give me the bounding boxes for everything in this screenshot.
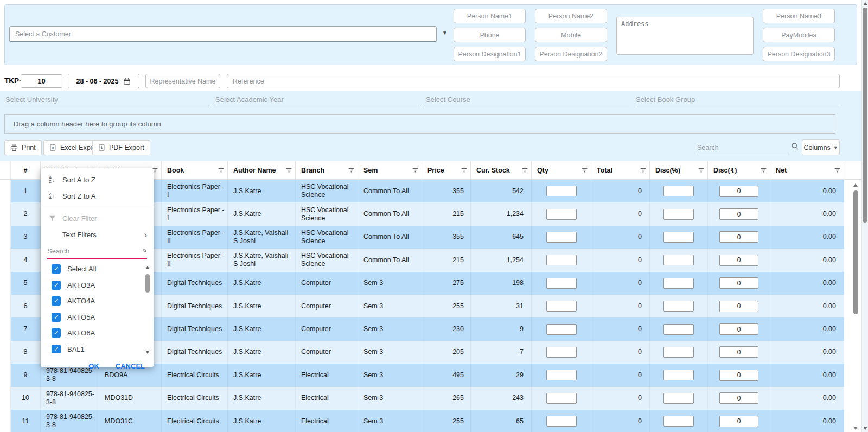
cancel-button[interactable]: CANCEL [116, 362, 145, 370]
column-header[interactable]: Book [162, 161, 228, 179]
filter-icon[interactable] [698, 167, 705, 174]
column-header[interactable]: Sem [358, 161, 422, 179]
disc-rupee-input[interactable] [719, 255, 758, 266]
scroll-up-icon[interactable] [863, 2, 867, 5]
filter-icon[interactable] [521, 167, 528, 174]
disc-rupee-input[interactable] [719, 277, 758, 289]
person-name1-field[interactable] [454, 9, 526, 23]
filter-option[interactable]: ✓ Select All [41, 261, 154, 277]
person-designation1-field[interactable] [454, 47, 526, 61]
filter-icon[interactable] [760, 167, 767, 174]
qty-input[interactable] [546, 416, 577, 427]
select-academic-year-dropdown[interactable]: Select Academic Year [214, 92, 419, 107]
disc-percent-input[interactable] [663, 209, 694, 220]
filter-search-input[interactable] [47, 247, 143, 255]
disc-rupee-input[interactable] [719, 416, 758, 427]
qty-input[interactable] [546, 347, 577, 358]
filter-search[interactable] [47, 244, 147, 259]
filter-icon[interactable] [218, 167, 225, 174]
qty-input[interactable] [546, 209, 577, 220]
disc-percent-input[interactable] [663, 370, 694, 380]
reference-field[interactable] [227, 74, 840, 88]
disc-rupee-input[interactable] [719, 186, 758, 197]
qty-input[interactable] [546, 301, 577, 312]
clear-filter-item[interactable]: Clear Filter [41, 210, 154, 226]
date-input[interactable]: 28 - 06 - 2025 [68, 74, 139, 88]
qty-input[interactable] [546, 186, 577, 196]
qty-input[interactable] [546, 393, 577, 404]
person-name3-field[interactable] [763, 9, 835, 23]
print-button[interactable]: Print [4, 140, 42, 155]
calendar-icon[interactable] [123, 78, 131, 85]
scrollbar-thumb[interactable] [853, 190, 858, 314]
disc-percent-input[interactable] [663, 416, 694, 427]
checkbox-checked-icon[interactable]: ✓ [52, 313, 61, 322]
grid-search[interactable] [697, 141, 789, 154]
checkbox-checked-icon[interactable]: ✓ [52, 296, 61, 306]
select-course-dropdown[interactable]: Select Course [425, 92, 629, 107]
disc-percent-input[interactable] [663, 232, 694, 243]
person-name2-field[interactable] [535, 9, 607, 23]
scroll-up-icon[interactable] [853, 183, 858, 187]
text-filters-item[interactable]: Text Filters › [41, 226, 154, 243]
filter-list-scrollbar[interactable] [145, 266, 150, 354]
filter-icon[interactable] [640, 167, 647, 174]
person-designation2-field[interactable] [535, 47, 607, 61]
column-header[interactable]: Net [770, 161, 844, 179]
pdf-export-button[interactable]: PDF Export [92, 140, 150, 155]
scroll-down-icon[interactable] [853, 427, 858, 430]
disc-percent-input[interactable] [663, 301, 694, 312]
scroll-down-icon[interactable] [863, 427, 867, 430]
column-header[interactable]: Author Name [228, 161, 296, 179]
filter-icon[interactable] [581, 167, 588, 174]
columns-chooser-button[interactable]: Columns ▼ [802, 139, 840, 155]
filter-option[interactable]: ✓ AKTO6A [41, 325, 154, 341]
address-field[interactable] [616, 17, 754, 55]
filter-icon[interactable] [348, 167, 355, 174]
mobile-field[interactable] [535, 28, 607, 42]
phone-field[interactable] [454, 28, 526, 42]
search-icon[interactable] [143, 247, 147, 255]
group-drop-area[interactable]: Drag a column header here to group its c… [4, 114, 835, 134]
column-header[interactable]: Qty [532, 161, 591, 179]
chevron-down-icon[interactable]: ▼ [442, 30, 448, 36]
qty-input[interactable] [546, 255, 577, 265]
filter-icon[interactable] [285, 167, 292, 174]
filter-icon[interactable] [834, 167, 841, 174]
select-book-group-dropdown[interactable]: Select Book Group [635, 92, 839, 107]
disc-percent-input[interactable] [663, 255, 694, 265]
filter-icon[interactable] [412, 167, 419, 174]
column-header[interactable]: Branch [296, 161, 358, 179]
filter-icon[interactable] [461, 167, 468, 174]
qty-input[interactable] [546, 232, 577, 243]
disc-rupee-input[interactable] [719, 231, 758, 243]
customer-select-input[interactable] [9, 26, 437, 42]
qty-input[interactable] [546, 324, 577, 335]
filter-option[interactable]: ✓ AKTO5A [41, 309, 154, 326]
disc-percent-input[interactable] [663, 324, 694, 335]
column-header[interactable]: Disc(₹) [708, 161, 770, 179]
checkbox-checked-icon[interactable]: ✓ [52, 345, 61, 353]
disc-percent-input[interactable] [663, 278, 694, 289]
column-header[interactable]: Disc(%) [650, 161, 708, 179]
column-header[interactable]: Cur. Stock [471, 161, 532, 179]
disc-percent-input[interactable] [663, 186, 694, 196]
column-header[interactable]: Total [591, 161, 650, 179]
column-header[interactable]: # [11, 161, 41, 179]
checkbox-checked-icon[interactable]: ✓ [52, 264, 61, 274]
scroll-down-icon[interactable] [145, 351, 150, 354]
person-designation3-field[interactable] [763, 47, 835, 61]
sort-z-to-a-item[interactable]: ZA ↓ Sort Z to A [41, 188, 154, 204]
paymobiles-field[interactable] [763, 28, 835, 42]
tkp-number-input[interactable] [21, 74, 62, 88]
scroll-up-icon[interactable] [145, 266, 150, 269]
filter-option[interactable]: ✓ AKTO3A [41, 277, 154, 294]
search-icon[interactable] [791, 142, 799, 150]
checkbox-checked-icon[interactable]: ✓ [52, 281, 61, 290]
scrollbar-thumb[interactable] [863, 8, 867, 223]
disc-rupee-input[interactable] [719, 208, 758, 220]
filter-option[interactable]: ✓ BAL1 [41, 341, 154, 354]
filter-option[interactable]: ✓ AKTO4A [41, 293, 154, 309]
disc-rupee-input[interactable] [719, 301, 758, 312]
disc-rupee-input[interactable] [719, 323, 758, 335]
